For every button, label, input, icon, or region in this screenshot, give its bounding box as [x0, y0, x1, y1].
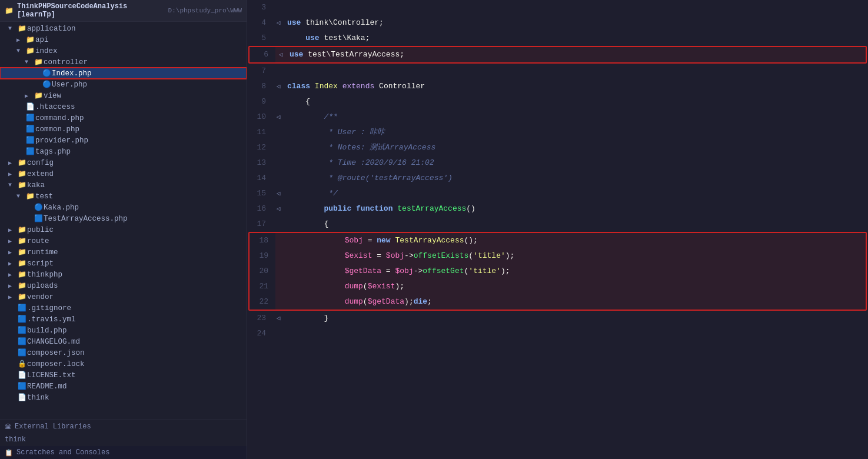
line-number: 7 — [247, 64, 273, 79]
sidebar-item-label: command.php — [35, 114, 247, 122]
folder-icon: 📁 — [25, 46, 35, 55]
code-line-10: 10 ◁ /** — [247, 109, 868, 125]
folder-icon: 📁 — [16, 24, 27, 33]
folder-icon: 📁 — [33, 58, 44, 66]
sidebar-item-label: .gitignore — [27, 304, 247, 312]
sidebar-item-config[interactable]: ▶ 📁 config — [0, 157, 247, 168]
gutter — [273, 140, 284, 155]
sidebar-item-label: think — [27, 394, 247, 402]
gutter: ◁ — [273, 201, 284, 217]
line-number: 15 — [247, 186, 273, 201]
sidebar-item-test[interactable]: ▼ 📁 test — [0, 191, 247, 202]
code-line-12: 12 * Notes: 测试ArrayAccess — [247, 140, 868, 155]
folder-icon: 📁 — [16, 248, 27, 257]
sidebar-item-script[interactable]: ▶ 📁 script — [0, 258, 247, 269]
sidebar-item-label: Kaka.php — [44, 204, 247, 212]
sidebar-item-controller[interactable]: ▼ 📁 controller — [0, 56, 247, 68]
folder-icon: 📁 — [16, 237, 27, 245]
sidebar-item-route[interactable]: ▶ 📁 route — [0, 235, 247, 247]
expand-arrow: ▼ — [16, 193, 25, 199]
file-icon: 🔒 — [16, 360, 27, 368]
code-content: $obj = new TestArrayAccess(); — [286, 233, 866, 248]
sidebar-item-label: vendor — [27, 293, 247, 301]
line-number: 23 — [247, 311, 273, 326]
php-file-icon: 🟦 — [25, 114, 35, 122]
code-content: $exist = $obj->offsetExists('title'); — [286, 248, 866, 264]
code-content: class Index extends Controller — [284, 79, 868, 94]
folder-icon: 📁 — [25, 192, 35, 201]
gutter — [273, 64, 284, 79]
expand-arrow: ▶ — [25, 92, 33, 99]
sidebar-item-common-php[interactable]: 🟦 common.php — [0, 124, 247, 135]
expand-arrow: ▶ — [8, 171, 16, 178]
code-line-22: 22 dump($getData);die; — [250, 294, 866, 310]
sidebar-item-public[interactable]: ▶ 📁 public — [0, 224, 247, 235]
gutter — [273, 217, 284, 232]
sidebar-item-label: public — [27, 226, 247, 234]
sidebar-item-changelog[interactable]: 🟦 CHANGELOG.md — [0, 336, 247, 347]
project-header: 📁 ThinkPHPSourceCodeAnalysis [learnTp] D… — [0, 0, 247, 22]
sidebar-item-think-bottom[interactable]: think — [0, 433, 247, 446]
gutter — [275, 294, 286, 310]
sidebar-item-label: README.md — [27, 382, 247, 391]
sidebar-item-application[interactable]: ▼ 📁 application — [0, 23, 247, 34]
sidebar-item-external-libraries[interactable]: 🏛 External Libraries — [0, 420, 247, 433]
sidebar-item-gitignore[interactable]: 🟦 .gitignore — [0, 302, 247, 314]
sidebar-item-uploads[interactable]: ▶ 📁 uploads — [0, 280, 247, 291]
sidebar-item-license[interactable]: 📄 LICENSE.txt — [0, 370, 247, 381]
sidebar-item-label: route — [27, 237, 247, 245]
sidebar-item-kaka-php[interactable]: 🔵 Kaka.php — [0, 202, 247, 213]
sidebar-item-think[interactable]: 📄 think — [0, 392, 247, 403]
sidebar-item-extend[interactable]: ▶ 📁 extend — [0, 168, 247, 179]
line-number: 17 — [247, 217, 273, 232]
sidebar-item-command-php[interactable]: 🟦 command.php — [0, 112, 247, 124]
gutter: ◁ — [275, 47, 286, 62]
gutter: ◁ — [273, 311, 284, 326]
sidebar-item-view[interactable]: ▶ 📁 view — [0, 90, 247, 101]
gutter — [275, 279, 286, 294]
sidebar-item-kaka[interactable]: ▼ 📁 kaka — [0, 179, 247, 191]
project-path: D:\phpstudy_pro\WWW — [168, 7, 242, 14]
file-icon: 🟦 — [16, 304, 27, 312]
sidebar-item-user-php[interactable]: 🔵 User.php — [0, 79, 247, 90]
php-file-icon: 🟦 — [25, 136, 35, 145]
gutter — [273, 94, 284, 109]
sidebar-item-travis-yml[interactable]: 🟦 .travis.yml — [0, 314, 247, 325]
sidebar-item-vendor[interactable]: ▶ 📁 vendor — [0, 291, 247, 302]
sidebar-item-readme[interactable]: 🟦 README.md — [0, 381, 247, 392]
line-number: 3 — [247, 0, 273, 15]
gutter — [275, 248, 286, 264]
code-content: } — [284, 311, 868, 326]
scratches-label: Scratches and Consoles — [16, 448, 109, 457]
sidebar-item-composer-lock[interactable]: 🔒 composer.lock — [0, 358, 247, 370]
sidebar-item-provider-php[interactable]: 🟦 provider.php — [0, 135, 247, 146]
sidebar-item-thinkphp[interactable]: ▶ 📁 thinkphp — [0, 269, 247, 280]
sidebar-item-label: config — [27, 159, 247, 167]
sidebar-item-scratches[interactable]: 📋 Scratches and Consoles — [0, 446, 247, 459]
code-content: /** — [284, 109, 868, 125]
code-content: use test\TestArrayAccess; — [286, 47, 866, 62]
sidebar-item-tags-php[interactable]: 🟦 tags.php — [0, 146, 247, 157]
sidebar-item-label: composer.lock — [27, 360, 247, 368]
md-file-icon: 🟦 — [16, 337, 27, 346]
code-content: $getData = $obj->offsetGet('title'); — [286, 264, 866, 279]
sidebar-item-label: thinkphp — [27, 271, 247, 279]
sidebar-item-api[interactable]: ▶ 📁 api — [0, 34, 247, 45]
sidebar-item-label: LICENSE.txt — [27, 371, 247, 380]
sidebar-item-build-php[interactable]: 🟦 build.php — [0, 325, 247, 336]
editor-content[interactable]: 3 4 ◁ use think\Controller; 5 use test\K… — [247, 0, 868, 459]
sidebar-item-htaccess[interactable]: 📄 .htaccess — [0, 101, 247, 112]
sidebar-item-label: User.php — [52, 81, 247, 89]
sidebar-item-index-php[interactable]: 🔵 Index.php — [0, 68, 247, 79]
code-content: use test\Kaka; — [284, 31, 868, 46]
gutter — [273, 31, 284, 46]
sidebar-item-composer-json[interactable]: 🟦 composer.json — [0, 347, 247, 358]
sidebar-item-testarrayaccess-php[interactable]: 🟦 TestArrayAccess.php — [0, 213, 247, 224]
sidebar-item-runtime[interactable]: ▶ 📁 runtime — [0, 247, 247, 258]
sidebar-item-index[interactable]: ▼ 📁 index — [0, 45, 247, 56]
line-number: 13 — [247, 155, 273, 171]
php-file-icon: 🟦 — [25, 147, 35, 156]
file-tree: ▼ 📁 application ▶ 📁 api ▼ 📁 index ▼ 📁 co… — [0, 22, 247, 420]
expand-arrow: ▶ — [16, 36, 25, 44]
code-content: public function testArrayAccess() — [284, 201, 868, 217]
